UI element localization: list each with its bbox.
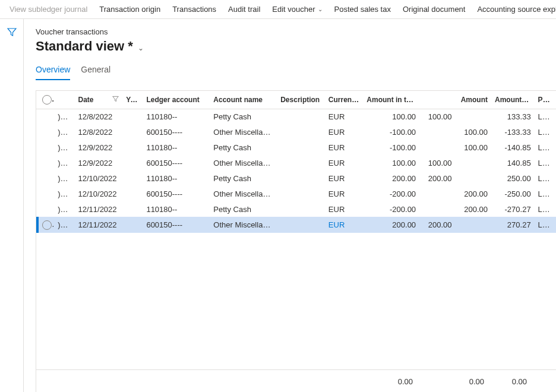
cell-currency[interactable]: EUR xyxy=(325,155,364,170)
cell-account-name[interactable]: Other Miscellane... xyxy=(210,217,277,233)
cell-posting[interactable]: Ledg xyxy=(535,140,556,155)
cell-date[interactable]: 12/9/2022 xyxy=(75,155,123,170)
cell-account-name[interactable]: Other Miscellane... xyxy=(210,186,277,201)
cell-amount[interactable] xyxy=(456,155,491,170)
tab-overview[interactable]: Overview xyxy=(36,65,70,80)
cell-currency[interactable]: EUR xyxy=(325,186,364,201)
cell-col8[interactable]: 200.00 xyxy=(419,170,455,186)
row-select[interactable] xyxy=(39,155,54,170)
cell-amount-transaction[interactable]: -200.00 xyxy=(363,201,419,217)
cell-col8[interactable]: 100.00 xyxy=(419,155,455,170)
cell-amount[interactable]: 200.00 xyxy=(456,186,491,201)
table-row[interactable]: )06112/9/2022600150----Other Miscellane.… xyxy=(36,155,556,170)
cell-posting[interactable]: Ledg xyxy=(535,201,556,217)
cell-voucher[interactable]: )063 xyxy=(54,201,74,217)
cell-description[interactable] xyxy=(277,124,325,140)
cell-description[interactable] xyxy=(277,109,325,124)
cell-currency[interactable]: EUR xyxy=(325,124,364,140)
row-select[interactable] xyxy=(39,170,54,186)
col-amount[interactable]: Amount xyxy=(456,91,491,109)
cell-year[interactable] xyxy=(122,186,143,201)
cmd-transactions[interactable]: Transactions xyxy=(166,0,222,19)
cell-date[interactable]: 12/9/2022 xyxy=(75,140,123,155)
cell-amount-transaction[interactable]: 200.00 xyxy=(363,217,419,233)
cell-voucher[interactable]: )062 xyxy=(54,170,74,186)
cell-ledger-account[interactable]: 600150---- xyxy=(143,155,210,170)
cell-col8[interactable] xyxy=(419,201,455,217)
table-row[interactable]: )06112/9/2022110180--Petty CashEUR-100.0… xyxy=(36,140,556,155)
tab-general[interactable]: General xyxy=(81,65,110,80)
cell-amount-transaction[interactable]: -100.00 xyxy=(363,124,419,140)
cell-description[interactable] xyxy=(277,217,325,233)
cell-date[interactable]: 12/10/2022 xyxy=(75,186,123,201)
table-row[interactable]: )06212/10/2022110180--Petty CashEUR200.0… xyxy=(36,170,556,186)
table-row[interactable]: )06212/10/2022600150----Other Miscellane… xyxy=(36,186,556,201)
table-row[interactable]: )06312/11/2022110180--Petty CashEUR-200.… xyxy=(36,201,556,217)
col-account-name[interactable]: Account name xyxy=(210,91,277,109)
cell-year[interactable] xyxy=(122,140,143,155)
cell-account-name[interactable]: Petty Cash xyxy=(210,201,277,217)
col-voucher[interactable] xyxy=(54,91,74,109)
col-blank[interactable] xyxy=(419,91,455,109)
cell-amount[interactable] xyxy=(456,109,491,124)
cell-amount[interactable]: 200.00 xyxy=(456,201,491,217)
col-description[interactable]: Description xyxy=(277,91,325,109)
cell-ledger-account[interactable]: 110180-- xyxy=(143,170,210,186)
cell-ledger-account[interactable]: 600150---- xyxy=(143,124,210,140)
col-year[interactable]: Ye... xyxy=(122,91,143,109)
cell-year[interactable] xyxy=(122,155,143,170)
cmd-accounting-source-explorer[interactable]: Accounting source explorer xyxy=(471,0,556,19)
cell-description[interactable] xyxy=(277,155,325,170)
cell-amount-reporting[interactable]: -140.85 xyxy=(491,140,535,155)
cmd-transaction-origin[interactable]: Transaction origin xyxy=(93,0,166,19)
cell-currency[interactable]: EUR xyxy=(325,109,364,124)
cell-amount[interactable] xyxy=(456,217,491,233)
cell-posting[interactable]: Ledg xyxy=(535,217,556,233)
select-all-checkbox[interactable] xyxy=(42,95,52,105)
cell-year[interactable] xyxy=(122,124,143,140)
col-amount-transaction[interactable]: Amount in tra... xyxy=(363,91,419,109)
cell-date[interactable]: 12/8/2022 xyxy=(75,124,123,140)
cell-amount-transaction[interactable]: -200.00 xyxy=(363,186,419,201)
cell-amount-transaction[interactable]: -100.00 xyxy=(363,140,419,155)
cell-currency[interactable]: EUR xyxy=(325,201,364,217)
cell-date[interactable]: 12/8/2022 xyxy=(75,109,123,124)
cell-posting[interactable]: Ledg xyxy=(535,124,556,140)
view-selector-chevron-icon[interactable]: ⌄ xyxy=(137,44,144,52)
cell-col8[interactable]: 100.00 xyxy=(419,109,455,124)
cell-ledger-account[interactable]: 110180-- xyxy=(143,201,210,217)
cell-description[interactable] xyxy=(277,170,325,186)
cmd-original-document[interactable]: Original document xyxy=(397,0,472,19)
cell-currency[interactable]: EUR xyxy=(325,217,364,233)
cell-posting[interactable]: Ledg xyxy=(535,170,556,186)
cell-voucher[interactable]: )060 xyxy=(54,124,74,140)
cell-date[interactable]: 12/11/2022 xyxy=(75,201,123,217)
cell-amount-reporting[interactable]: -270.27 xyxy=(491,201,535,217)
cell-amount[interactable]: 100.00 xyxy=(456,124,491,140)
cell-ledger-account[interactable]: 600150---- xyxy=(143,217,210,233)
col-date[interactable]: Date xyxy=(75,91,123,109)
filter-icon[interactable] xyxy=(112,96,119,104)
cell-amount[interactable] xyxy=(456,170,491,186)
cell-description[interactable] xyxy=(277,186,325,201)
cell-year[interactable] xyxy=(122,170,143,186)
cell-amount-reporting[interactable]: 270.27 xyxy=(491,217,535,233)
cell-ledger-account[interactable]: 110180-- xyxy=(143,109,210,124)
cell-amount-transaction[interactable]: 100.00 xyxy=(363,155,419,170)
cell-year[interactable] xyxy=(122,201,143,217)
cell-voucher[interactable]: )060 xyxy=(54,109,74,124)
cell-col8[interactable]: 200.00 xyxy=(419,217,455,233)
cell-ledger-account[interactable]: 110180-- xyxy=(143,140,210,155)
cell-amount-reporting[interactable]: 250.00 xyxy=(491,170,535,186)
row-select[interactable] xyxy=(39,140,54,155)
cell-account-name[interactable]: Other Miscellane... xyxy=(210,124,277,140)
col-select-all[interactable] xyxy=(39,91,54,109)
cell-col8[interactable] xyxy=(419,124,455,140)
cell-col8[interactable] xyxy=(419,186,455,201)
cell-date[interactable]: 12/10/2022 xyxy=(75,170,123,186)
cell-amount-reporting[interactable]: 140.85 xyxy=(491,155,535,170)
cell-year[interactable] xyxy=(122,217,143,233)
table-row[interactable]: )06312/11/2022600150----Other Miscellane… xyxy=(36,217,556,233)
col-amount-reporting[interactable]: Amount in rep... xyxy=(491,91,535,109)
cell-account-name[interactable]: Petty Cash xyxy=(210,140,277,155)
